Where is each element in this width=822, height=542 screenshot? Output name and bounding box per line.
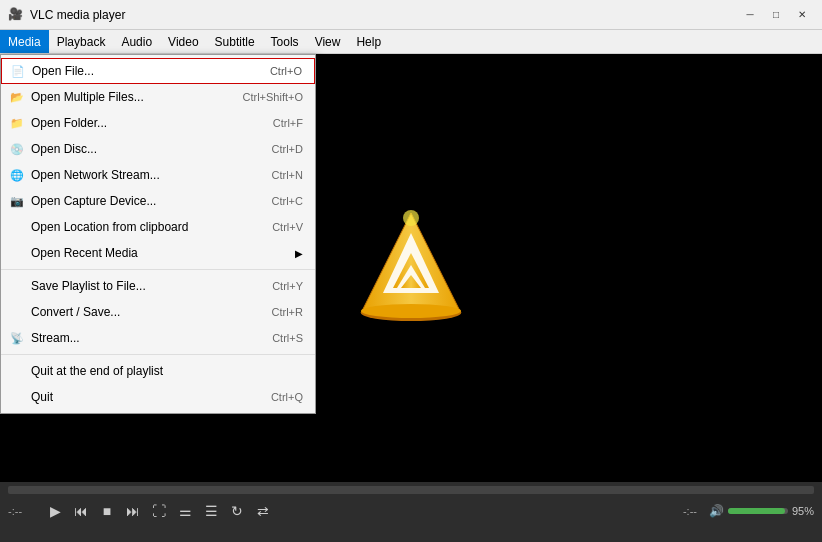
convert-item[interactable]: Convert / Save... Ctrl+R — [1, 299, 315, 325]
minimize-button[interactable]: ─ — [738, 5, 762, 25]
extended-button[interactable]: ⚌ — [174, 500, 196, 522]
progress-bar[interactable] — [8, 486, 814, 494]
volume-area: 🔊 95% — [709, 504, 814, 518]
open-capture-label: Open Capture Device... — [31, 194, 252, 208]
menu-item-subtitle[interactable]: Subtitle — [207, 30, 263, 53]
open-capture-icon: 📷 — [9, 193, 25, 209]
open-recent-label: Open Recent Media — [31, 246, 291, 260]
fullscreen-button[interactable]: ⛶ — [148, 500, 170, 522]
window-controls: ─ □ ✕ — [738, 5, 814, 25]
open-recent-icon — [9, 245, 25, 261]
menu-item-video[interactable]: Video — [160, 30, 206, 53]
open-disc-icon: 💿 — [9, 141, 25, 157]
open-file-label: Open File... — [32, 64, 250, 78]
save-playlist-shortcut: Ctrl+Y — [272, 280, 303, 292]
window-title: VLC media player — [30, 8, 738, 22]
convert-shortcut: Ctrl+R — [272, 306, 303, 318]
dropdown-section-2: Save Playlist to File... Ctrl+Y Convert … — [1, 270, 315, 355]
menu-item-view[interactable]: View — [307, 30, 349, 53]
app-icon: 🎥 — [8, 7, 24, 23]
open-file-item[interactable]: 📄 Open File... Ctrl+O — [1, 58, 315, 84]
open-capture-item[interactable]: 📷 Open Capture Device... Ctrl+C — [1, 188, 315, 214]
media-dropdown: 📄 Open File... Ctrl+O 📂 Open Multiple Fi… — [0, 54, 316, 414]
open-network-shortcut: Ctrl+N — [272, 169, 303, 181]
convert-icon — [9, 304, 25, 320]
open-multiple-label: Open Multiple Files... — [31, 90, 222, 104]
dropdown-section-3: Quit at the end of playlist Quit Ctrl+Q — [1, 355, 315, 413]
next-button[interactable]: ⏭ — [122, 500, 144, 522]
vlc-logo — [351, 203, 471, 333]
prev-button[interactable]: ⏮ — [70, 500, 92, 522]
open-location-shortcut: Ctrl+V — [272, 221, 303, 233]
save-playlist-label: Save Playlist to File... — [31, 279, 252, 293]
menu-item-playback[interactable]: Playback — [49, 30, 114, 53]
open-network-label: Open Network Stream... — [31, 168, 252, 182]
quit-shortcut: Ctrl+Q — [271, 391, 303, 403]
svg-point-6 — [361, 304, 461, 318]
menu-item-tools[interactable]: Tools — [263, 30, 307, 53]
stream-item[interactable]: 📡 Stream... Ctrl+S — [1, 325, 315, 351]
loop-button[interactable]: ↻ — [226, 500, 248, 522]
quit-item[interactable]: Quit Ctrl+Q — [1, 384, 315, 410]
convert-label: Convert / Save... — [31, 305, 252, 319]
random-button[interactable]: ⇄ — [252, 500, 274, 522]
open-disc-label: Open Disc... — [31, 142, 252, 156]
open-folder-item[interactable]: 📁 Open Folder... Ctrl+F — [1, 110, 315, 136]
menu-item-help[interactable]: Help — [348, 30, 389, 53]
open-file-icon: 📄 — [10, 63, 26, 79]
open-capture-shortcut: Ctrl+C — [272, 195, 303, 207]
quit-icon — [9, 389, 25, 405]
volume-bar[interactable] — [728, 508, 788, 514]
stream-icon: 📡 — [9, 330, 25, 346]
open-disc-shortcut: Ctrl+D — [272, 143, 303, 155]
open-file-shortcut: Ctrl+O — [270, 65, 302, 77]
stop-button[interactable]: ■ — [96, 500, 118, 522]
menu-item-audio[interactable]: Audio — [113, 30, 160, 53]
playlist-button[interactable]: ☰ — [200, 500, 222, 522]
bottom-controls: -:-- ▶ ⏮ ■ ⏭ ⛶ ⚌ ☰ ↻ ⇄ -:-- 🔊 95% — [0, 482, 822, 542]
volume-label: 95% — [792, 505, 814, 517]
open-location-icon — [9, 219, 25, 235]
save-playlist-item[interactable]: Save Playlist to File... Ctrl+Y — [1, 273, 315, 299]
volume-icon: 🔊 — [709, 504, 724, 518]
close-button[interactable]: ✕ — [790, 5, 814, 25]
time-right: -:-- — [683, 505, 697, 517]
open-network-icon: 🌐 — [9, 167, 25, 183]
open-folder-label: Open Folder... — [31, 116, 253, 130]
open-folder-shortcut: Ctrl+F — [273, 117, 303, 129]
stream-shortcut: Ctrl+S — [272, 332, 303, 344]
open-location-item[interactable]: Open Location from clipboard Ctrl+V — [1, 214, 315, 240]
open-disc-item[interactable]: 💿 Open Disc... Ctrl+D — [1, 136, 315, 162]
volume-fill — [728, 508, 785, 514]
open-multiple-icon: 📂 — [9, 89, 25, 105]
quit-label: Quit — [31, 390, 251, 404]
open-recent-item[interactable]: Open Recent Media ▶ — [1, 240, 315, 266]
open-folder-icon: 📁 — [9, 115, 25, 131]
open-multiple-shortcut: Ctrl+Shift+O — [242, 91, 303, 103]
maximize-button[interactable]: □ — [764, 5, 788, 25]
stream-label: Stream... — [31, 331, 252, 345]
time-left: -:-- — [8, 505, 40, 517]
submenu-arrow-icon: ▶ — [295, 248, 303, 259]
quit-end-label: Quit at the end of playlist — [31, 364, 303, 378]
title-bar: 🎥 VLC media player ─ □ ✕ — [0, 0, 822, 30]
open-location-label: Open Location from clipboard — [31, 220, 252, 234]
save-playlist-icon — [9, 278, 25, 294]
controls-row: -:-- ▶ ⏮ ■ ⏭ ⛶ ⚌ ☰ ↻ ⇄ -:-- 🔊 95% — [0, 498, 822, 524]
quit-end-item[interactable]: Quit at the end of playlist — [1, 358, 315, 384]
play-button[interactable]: ▶ — [44, 500, 66, 522]
menu-bar: Media Playback Audio Video Subtitle Tool… — [0, 30, 822, 54]
svg-point-7 — [403, 210, 419, 226]
open-network-item[interactable]: 🌐 Open Network Stream... Ctrl+N — [1, 162, 315, 188]
open-multiple-item[interactable]: 📂 Open Multiple Files... Ctrl+Shift+O — [1, 84, 315, 110]
quit-end-icon — [9, 363, 25, 379]
menu-item-media[interactable]: Media — [0, 30, 49, 53]
dropdown-section-1: 📄 Open File... Ctrl+O 📂 Open Multiple Fi… — [1, 55, 315, 270]
